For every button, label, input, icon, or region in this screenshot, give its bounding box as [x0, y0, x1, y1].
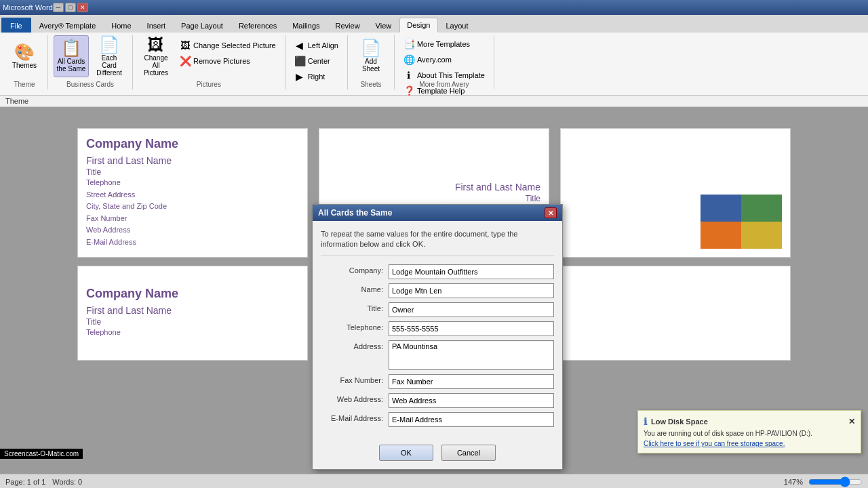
more-templates-button[interactable]: 📑 More Templates: [400, 37, 488, 52]
center-icon: ⬛: [294, 56, 305, 66]
title-bar-buttons: ─ □ ✕: [53, 3, 88, 12]
card4-name: First and Last Name: [86, 305, 172, 316]
tab-insert[interactable]: Insert: [140, 18, 174, 33]
remove-pictures-button[interactable]: ❌ Remove Pictures: [176, 54, 279, 68]
ok-button[interactable]: OK: [379, 445, 433, 461]
avery-com-icon: 🌐: [403, 54, 414, 65]
change-all-pictures-icon: 🖼: [148, 37, 164, 53]
image-cell-orange: [701, 222, 741, 249]
screencast-logo: Screencast-O-Matic.com: [0, 449, 83, 459]
company-row: Company:: [321, 264, 554, 279]
left-align-button[interactable]: ◀ Left Align: [291, 38, 342, 53]
left-align-icon: ◀: [294, 40, 305, 51]
tab-home[interactable]: Home: [104, 18, 138, 33]
add-sheet-label: AddSheet: [362, 58, 380, 73]
tab-design[interactable]: Design: [399, 18, 437, 33]
telephone-row: Telephone:: [321, 321, 554, 336]
ribbon-group-alignment: ◀ Left Align ⬛ Center ▶ Right: [285, 35, 348, 89]
address-row: Address: PA Mountinsa: [321, 340, 554, 370]
email-row: E-Mail Address:: [321, 412, 554, 427]
title-label: Title:: [321, 302, 389, 312]
fax-input[interactable]: [389, 374, 554, 389]
tab-avery[interactable]: Avery® Template: [32, 18, 104, 33]
avery-com-button[interactable]: 🌐 Avery.com: [400, 52, 488, 67]
change-all-pictures-label: Change AllPictures: [140, 54, 172, 77]
change-selected-picture-button[interactable]: 🖼 Change Selected Picture: [176, 38, 279, 53]
close-btn[interactable]: ✕: [77, 3, 88, 12]
business-card-4[interactable]: Company Name First and Last Name Title T…: [77, 266, 308, 361]
card1-name: First and Last Name: [86, 155, 172, 166]
tab-page-layout[interactable]: Page Layout: [174, 18, 231, 33]
telephone-input[interactable]: [389, 321, 554, 336]
title-bar: Microsoft Word ─ □ ✕: [0, 0, 868, 15]
center-label: Center: [308, 57, 330, 65]
screencast-text: Screencast-O-Matic.com: [4, 450, 79, 458]
name-input[interactable]: [389, 283, 554, 298]
email-input[interactable]: [389, 412, 554, 427]
all-cards-icon: 📋: [61, 40, 81, 56]
email-label: E-Mail Address:: [321, 412, 389, 422]
web-label: Web Address:: [321, 393, 389, 403]
status-bar: Page: 1 of 1 Words: 0 147%: [0, 474, 868, 488]
theme-bar: Theme: [0, 96, 868, 107]
telephone-label: Telephone:: [321, 321, 389, 331]
title-input[interactable]: [389, 302, 554, 317]
notification-link[interactable]: Click here to see if you can free storag…: [644, 440, 855, 447]
ribbon-group-themes: 🎨 Themes Theme: [1, 35, 48, 89]
avery-com-label: Avery.com: [417, 56, 452, 64]
modal-close-button[interactable]: ✕: [545, 207, 557, 218]
low-disk-notification[interactable]: ℹ Low Disk Space ✕ You are running out o…: [637, 410, 861, 453]
address-input[interactable]: PA Mountinsa: [389, 340, 554, 370]
address-label: Address:: [321, 340, 389, 350]
image-cell-yellow: [741, 222, 782, 249]
business-card-3[interactable]: [560, 128, 791, 258]
title-bar-text: Microsoft Word: [3, 3, 53, 12]
minimize-btn[interactable]: ─: [53, 3, 64, 12]
change-selected-picture-label: Change Selected Picture: [193, 41, 276, 49]
add-sheet-button[interactable]: 📄 AddSheet: [353, 35, 389, 77]
right-align-button[interactable]: ▶ Right: [291, 69, 342, 84]
words-count: Words: 0: [52, 478, 82, 486]
all-cards-label: All Cardsthe Same: [57, 58, 86, 73]
zoom-slider[interactable]: [808, 477, 863, 487]
image-cell-blue: [701, 195, 741, 222]
tab-view[interactable]: View: [368, 18, 399, 33]
business-card-6[interactable]: [560, 266, 791, 361]
themes-icon: 🎨: [14, 44, 35, 60]
tab-references[interactable]: References: [231, 18, 284, 33]
add-sheet-icon: 📄: [361, 40, 381, 56]
notification-close-button[interactable]: ✕: [848, 417, 855, 426]
about-template-icon: ℹ: [403, 70, 414, 81]
change-all-pictures-button[interactable]: 🖼 Change AllPictures: [138, 35, 174, 77]
tab-review[interactable]: Review: [328, 18, 368, 33]
page-info: Page: 1 of 1: [5, 478, 45, 486]
ribbon-tabs: File Avery® Template Home Insert Page La…: [0, 15, 868, 33]
image-cell-green: [741, 195, 782, 222]
business-card-1[interactable]: Company Name First and Last Name Title T…: [77, 128, 308, 258]
themes-button[interactable]: 🎨 Themes: [7, 35, 42, 77]
card2-name: First and Last Name: [455, 182, 540, 192]
center-button[interactable]: ⬛ Center: [291, 54, 342, 68]
all-cards-button[interactable]: 📋 All Cardsthe Same: [54, 35, 89, 77]
themes-group-label: Theme: [1, 81, 47, 88]
tab-file[interactable]: File: [1, 18, 31, 33]
maximize-btn[interactable]: □: [65, 3, 76, 12]
more-avery-group-content: 📑 More Templates 🌐 Avery.com ℹ About Thi…: [400, 35, 488, 98]
modal-titlebar: All Cards the Same ✕: [313, 205, 562, 221]
fax-row: Fax Number:: [321, 374, 554, 389]
ribbon-group-pictures: 🖼 Change AllPictures 🖼 Change Selected P…: [133, 35, 285, 89]
tab-mailings[interactable]: Mailings: [285, 18, 327, 33]
ribbon-group-sheets: 📄 AddSheet Sheets: [348, 35, 395, 89]
ribbon-content: 🎨 Themes Theme 📋 All Cardsthe Same 📄 Eac…: [0, 33, 868, 95]
each-card-button[interactable]: 📄 Each CardDifferent: [92, 35, 127, 77]
company-input[interactable]: [389, 264, 554, 279]
all-cards-same-modal: All Cards the Same ✕ To repeat the same …: [312, 204, 563, 470]
web-input[interactable]: [389, 393, 554, 408]
remove-pictures-icon: ❌: [180, 56, 191, 66]
tab-layout[interactable]: Layout: [439, 18, 476, 33]
ribbon-group-business-cards: 📋 All Cardsthe Same 📄 Each CardDifferent…: [48, 35, 133, 89]
fax-label: Fax Number:: [321, 374, 389, 384]
alignment-group-content: ◀ Left Align ⬛ Center ▶ Right: [291, 35, 342, 89]
cancel-button[interactable]: Cancel: [441, 445, 496, 461]
modal-footer: OK Cancel: [313, 439, 562, 469]
